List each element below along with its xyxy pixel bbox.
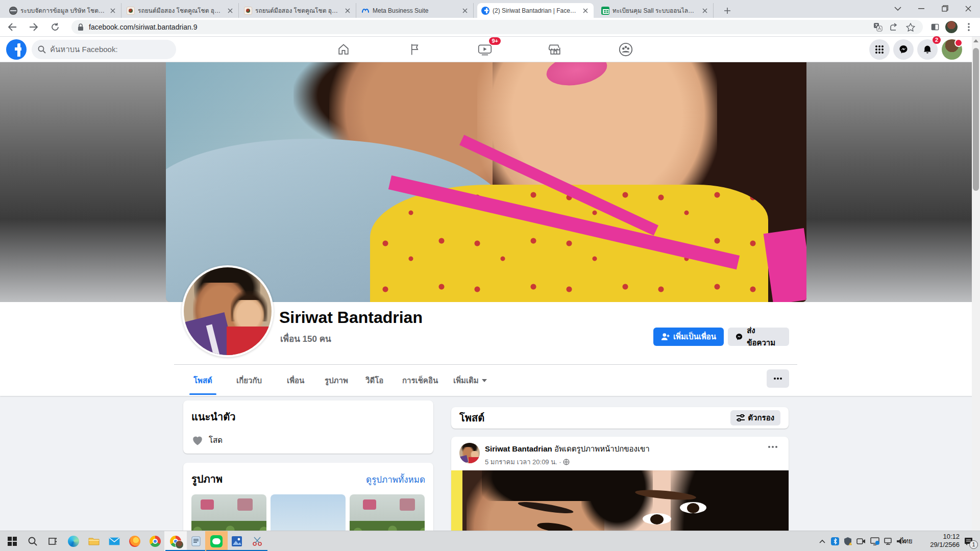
photo-thumbnail-2[interactable] bbox=[271, 494, 346, 531]
window-close-button[interactable] bbox=[957, 0, 980, 17]
see-all-photos-link[interactable]: ดูรูปภาพทั้งหมด bbox=[366, 472, 425, 486]
add-friend-button[interactable]: เพิ่มเป็นเพื่อน bbox=[653, 328, 724, 346]
tab-posts[interactable]: โพสต์ bbox=[185, 366, 220, 395]
profile-picture-image bbox=[184, 267, 272, 355]
cover-yellow-dress bbox=[370, 185, 768, 302]
post-image[interactable] bbox=[451, 470, 789, 531]
bluetooth-icon[interactable] bbox=[829, 531, 841, 551]
browser-tab-2[interactable]: รถยนต์มือสอง โชตคูณโชต อุดรธานี bbox=[122, 3, 239, 18]
post-timestamp[interactable]: 5 มกราคม เวลา 20:09 น. · bbox=[485, 457, 561, 467]
taskbar-search-icon[interactable] bbox=[21, 531, 44, 551]
browser-profile-avatar[interactable] bbox=[944, 20, 959, 34]
back-button[interactable] bbox=[5, 20, 19, 34]
network-icon[interactable] bbox=[881, 531, 895, 551]
search-placeholder: ค้นหาบน Facebook: bbox=[50, 43, 118, 56]
facebook-logo[interactable] bbox=[6, 39, 27, 60]
tab-close-icon[interactable] bbox=[461, 7, 469, 15]
tab-about[interactable]: เกี่ยวกับ bbox=[228, 366, 270, 395]
action-center-icon[interactable]: 1 bbox=[960, 531, 978, 551]
browser-tab-facebook-active[interactable]: (2) Siriwat Bantadrian | Facebook bbox=[477, 3, 594, 18]
browser-tab-1[interactable]: ระบบจัดการข้อมูล บริษัท โชตคูณโชต bbox=[5, 3, 121, 18]
tab-videos[interactable]: วิดีโอ bbox=[357, 366, 391, 395]
filter-sliders-icon bbox=[737, 414, 745, 421]
translate-icon[interactable] bbox=[872, 21, 884, 33]
forward-button[interactable] bbox=[27, 20, 41, 34]
profile-more-button[interactable] bbox=[767, 369, 789, 388]
bookmark-star-icon[interactable] bbox=[904, 21, 917, 33]
window-minimize-button[interactable] bbox=[910, 0, 933, 17]
tab-close-icon[interactable] bbox=[226, 7, 234, 15]
browser-menu-icon[interactable] bbox=[962, 20, 976, 34]
photo-thumbnail-1[interactable] bbox=[191, 494, 266, 531]
meet-now-icon[interactable] bbox=[854, 531, 868, 551]
notepad-icon[interactable] bbox=[185, 531, 207, 551]
new-tab-button[interactable] bbox=[721, 4, 734, 17]
tab-title: ทะเบียนคุม Sall ระบบออนไลน์.xlsx - G bbox=[612, 6, 698, 15]
tray-expand-icon[interactable] bbox=[815, 531, 830, 551]
share-icon[interactable] bbox=[888, 21, 900, 33]
header-profile-avatar[interactable] bbox=[942, 39, 962, 60]
tab-more[interactable]: เพิ่มเติม bbox=[445, 366, 495, 395]
reload-button[interactable] bbox=[48, 20, 62, 34]
firefox-icon[interactable] bbox=[124, 531, 146, 551]
profile-picture[interactable] bbox=[182, 265, 274, 357]
friend-count[interactable]: เพื่อน 150 คน bbox=[280, 332, 331, 345]
messenger-icon[interactable] bbox=[893, 39, 914, 60]
browser-tab-3[interactable]: รถยนต์มือสอง โชตคูณโชต อุดรธานี bbox=[240, 3, 356, 18]
intro-card: แนะนำตัว โสด bbox=[183, 400, 433, 454]
mail-icon[interactable] bbox=[103, 531, 126, 551]
post-menu-button[interactable] bbox=[765, 443, 780, 451]
message-button[interactable]: ส่งข้อความ bbox=[728, 328, 789, 346]
security-shield-icon[interactable] bbox=[841, 531, 854, 551]
heart-icon bbox=[191, 435, 204, 446]
tab-close-icon[interactable] bbox=[109, 7, 117, 15]
page-scrollbar[interactable] bbox=[972, 37, 980, 531]
privacy-globe-icon bbox=[563, 459, 570, 465]
facebook-favicon bbox=[481, 7, 489, 15]
facebook-search-input[interactable]: ค้นหาบน Facebook: bbox=[32, 40, 176, 59]
tab-close-icon[interactable] bbox=[581, 7, 590, 15]
tab-close-icon[interactable] bbox=[701, 7, 709, 15]
nav-home-icon[interactable] bbox=[315, 39, 372, 60]
browser-tab-6[interactable]: ทะเบียนคุม Sall ระบบออนไลน์.xlsx - G bbox=[597, 3, 714, 18]
tab-photos[interactable]: รูปภาพ bbox=[316, 366, 356, 395]
meta-favicon bbox=[361, 7, 370, 15]
photo-thumbnail-3[interactable] bbox=[350, 494, 425, 531]
chrome-icon[interactable] bbox=[144, 531, 166, 551]
tab-checkins[interactable]: การเช็คอิน bbox=[394, 366, 446, 395]
language-indicator[interactable]: ไทย bbox=[901, 531, 913, 551]
photos-app-icon[interactable] bbox=[226, 531, 248, 551]
line-app-icon[interactable] bbox=[205, 531, 228, 551]
message-label: ส่งข้อความ bbox=[747, 324, 782, 349]
app-grid-icon[interactable] bbox=[869, 39, 890, 60]
url-field[interactable]: facebook.com/siriwat.bantadrian.9 bbox=[71, 20, 923, 34]
post-author-name[interactable]: Siriwat Bantadrian bbox=[485, 444, 552, 453]
task-view-icon[interactable] bbox=[42, 531, 64, 551]
scrollbar-thumb[interactable] bbox=[973, 48, 979, 191]
scroll-up-arrow[interactable] bbox=[973, 39, 978, 42]
nav-pages-icon[interactable] bbox=[386, 39, 443, 60]
nav-watch-icon[interactable]: 9+ bbox=[457, 39, 513, 60]
nav-groups-icon[interactable] bbox=[598, 39, 654, 60]
facebook-profile-page: Siriwat Bantadrian เพื่อน 150 คน เพิ่มเป… bbox=[0, 62, 980, 531]
cover-photo[interactable] bbox=[166, 62, 806, 302]
snipping-tool-icon[interactable] bbox=[246, 531, 268, 551]
browser-tab-4[interactable]: Meta Business Suite bbox=[357, 3, 474, 18]
display-settings-icon[interactable] bbox=[868, 531, 882, 551]
notifications-bell-icon[interactable]: 2 bbox=[917, 39, 938, 60]
tab-close-icon[interactable] bbox=[344, 7, 352, 15]
tab-friends[interactable]: เพื่อน bbox=[279, 366, 312, 395]
chrome-active-window-icon[interactable] bbox=[164, 531, 187, 551]
window-dropdown-button[interactable] bbox=[886, 0, 910, 17]
nav-marketplace-icon[interactable] bbox=[527, 39, 583, 60]
window-restore-button[interactable] bbox=[933, 0, 957, 17]
post-author-avatar[interactable] bbox=[459, 443, 480, 463]
start-button[interactable] bbox=[1, 531, 23, 551]
edge-icon[interactable] bbox=[62, 531, 85, 551]
clock[interactable]: 10:12 29/1/2566 bbox=[914, 533, 960, 549]
filter-button[interactable]: ตัวกรอง bbox=[730, 410, 780, 425]
watch-badge: 9+ bbox=[489, 37, 501, 45]
side-panel-icon[interactable] bbox=[928, 20, 942, 34]
messenger-bubble-icon bbox=[735, 333, 743, 341]
file-explorer-icon[interactable] bbox=[83, 531, 105, 551]
